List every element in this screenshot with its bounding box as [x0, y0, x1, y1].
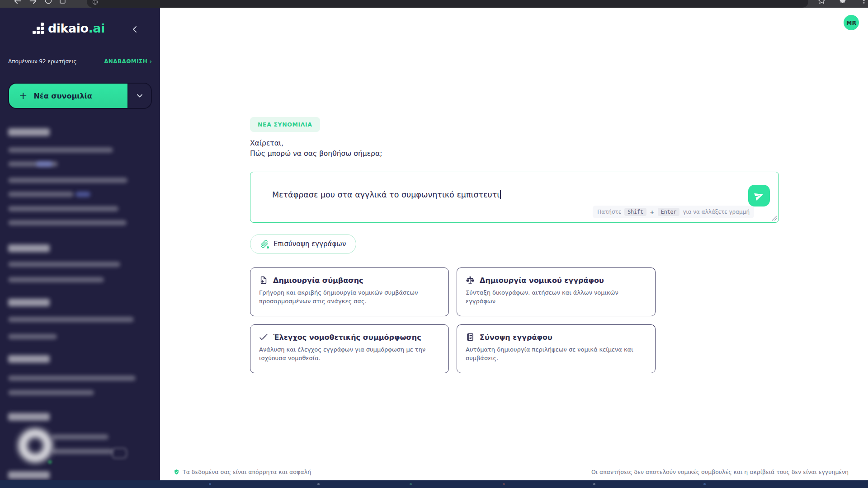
blurred-logo-watermark [18, 428, 52, 463]
bookmark-star-icon[interactable] [817, 0, 826, 5]
text-caret [500, 190, 501, 199]
card-create-contract[interactable]: Δημιουργία σύμβασης Γρήγορη και ακριβής … [250, 267, 449, 316]
document-plus-icon [259, 276, 268, 285]
main-content: MR ΝΕΑ ΣΥΝΟΜΙΛΙΑ Χαίρεται, Πώς μπορώ να … [160, 8, 868, 480]
forward-icon[interactable] [28, 0, 38, 6]
privacy-note: Τα δεδομένα σας είναι απόρρητα και ασφαλ… [183, 469, 311, 475]
conversation-item[interactable] [8, 262, 120, 267]
disclaimer-note: Οι απαντήσεις δεν αποτελούν νομικές συμβ… [591, 469, 849, 475]
shield-icon [174, 469, 179, 475]
card-compliance-check[interactable]: Έλεγχος νομοθετικής συμμόρφωσης Ανάλυση … [250, 324, 449, 373]
quick-action-cards: Δημιουργία σύμβασης Γρήγορη και ακριβής … [250, 267, 656, 373]
card-title: Σύνοψη εγγράφου [480, 333, 552, 342]
history-section-label [8, 355, 50, 363]
card-title: Έλεγχος νομοθετικής συμμόρφωσης [273, 333, 421, 342]
card-description: Σύνταξη δικογράφων, αιτήσεων και άλλων ν… [466, 289, 646, 306]
message-composer[interactable]: Μετάφρασε μου στα αγγλικά το συμφωνητικό… [250, 172, 779, 223]
conversation-item[interactable] [8, 206, 118, 211]
scales-icon [466, 276, 475, 285]
conversation-item[interactable] [8, 334, 57, 339]
user-avatar[interactable]: MR [844, 15, 859, 30]
address-bar[interactable] [87, 0, 808, 8]
history-section-label [8, 299, 50, 306]
conversation-item[interactable] [8, 178, 127, 183]
new-chat-dropdown-toggle[interactable] [127, 84, 151, 108]
shift-key-badge: Shift [624, 208, 646, 216]
send-button[interactable] [748, 185, 770, 206]
enter-key-badge: Enter [658, 208, 680, 216]
card-title: Δημιουργία νομικού εγγράφου [480, 276, 604, 285]
card-description: Ανάλυση και έλεγχος εγγράφων για συμμόρφ… [259, 346, 440, 363]
collapse-sidebar-icon[interactable] [129, 24, 140, 35]
reload-icon[interactable] [44, 0, 53, 5]
page-footer: Τα δεδομένα σας είναι απόρρητα και ασφαλ… [174, 469, 849, 475]
card-document-summary[interactable]: Σύνοψη εγγράφου Αυτόματη δημιουργία περι… [457, 324, 656, 373]
message-input[interactable]: Μετάφρασε μου στα αγγλικά το συμφωνητικό… [272, 190, 501, 199]
history-section-label [8, 244, 50, 252]
save-page-icon[interactable] [58, 0, 67, 5]
conversation-item[interactable] [8, 220, 127, 225]
logo-grid-icon [33, 23, 44, 34]
conversation-status-badge: ΝΕΑ ΣΥΝΟΜΙΛΙΑ [250, 117, 320, 132]
sidebar: dikaio.ai Απομένουν 92 ερωτήσεις ΑΝΑΒΑΘΜ… [0, 8, 160, 480]
questions-remaining-label: Απομένουν 92 ερωτήσεις [8, 58, 77, 65]
extensions-icon[interactable] [839, 0, 848, 5]
attach-documents-label: Επισύναψη εγγράφων [274, 240, 346, 248]
greeting-line-2: Πώς μπορώ να σας βοηθήσω σήμερα; [250, 149, 382, 159]
conversation-item[interactable] [8, 390, 94, 395]
double-check-icon [259, 333, 268, 342]
assistant-greeting: Χαίρεται, Πώς μπορώ να σας βοηθήσω σήμερ… [250, 138, 382, 159]
logo-text-accent: .ai [89, 21, 105, 35]
conversation-item[interactable] [8, 317, 134, 322]
kebab-menu-icon[interactable] [860, 0, 868, 5]
logo-text-main: dikaio [48, 21, 89, 35]
app-logo[interactable]: dikaio.ai [33, 21, 105, 35]
history-section-label [8, 413, 50, 421]
back-icon[interactable] [13, 0, 23, 6]
history-section-label [8, 128, 50, 136]
conversation-item[interactable] [8, 147, 113, 153]
plus-icon: + [19, 91, 27, 101]
card-create-legal-document[interactable]: Δημιουργία νομικού εγγράφου Σύνταξη δικο… [457, 267, 656, 316]
site-info-icon[interactable] [92, 0, 99, 5]
paper-plane-icon [752, 189, 766, 202]
upgrade-link[interactable]: ΑΝΑΒΑΘΜΙΣΗ › [104, 58, 152, 65]
conversation-item[interactable] [8, 192, 74, 197]
conversation-item[interactable] [52, 449, 113, 454]
card-title: Δημιουργία σύμβασης [273, 276, 363, 285]
chevron-down-icon [135, 91, 144, 100]
history-section-label [8, 471, 50, 479]
conversation-item[interactable] [8, 277, 104, 282]
browser-toolbar [0, 0, 868, 8]
document-lines-icon [466, 333, 475, 342]
resize-handle[interactable] [772, 216, 777, 221]
attach-documents-button[interactable]: Επισύναψη εγγράφων [250, 234, 356, 254]
greeting-line-1: Χαίρεται, [250, 138, 382, 149]
new-chat-button[interactable]: + Νέα συνομιλία [8, 83, 152, 109]
newline-hint: Πατήστε Shift + Enter για να αλλάξετε γρ… [593, 206, 754, 218]
card-description: Αυτόματη δημιουργία περιλήψεων σε νομικά… [466, 346, 646, 363]
card-description: Γρήγορη και ακριβής δημιουργία νομικών σ… [259, 289, 440, 306]
conversation-item[interactable] [52, 434, 108, 440]
conversation-item[interactable] [8, 375, 136, 381]
os-taskbar[interactable] [0, 480, 868, 488]
new-chat-label: Νέα συνομιλία [33, 92, 92, 100]
